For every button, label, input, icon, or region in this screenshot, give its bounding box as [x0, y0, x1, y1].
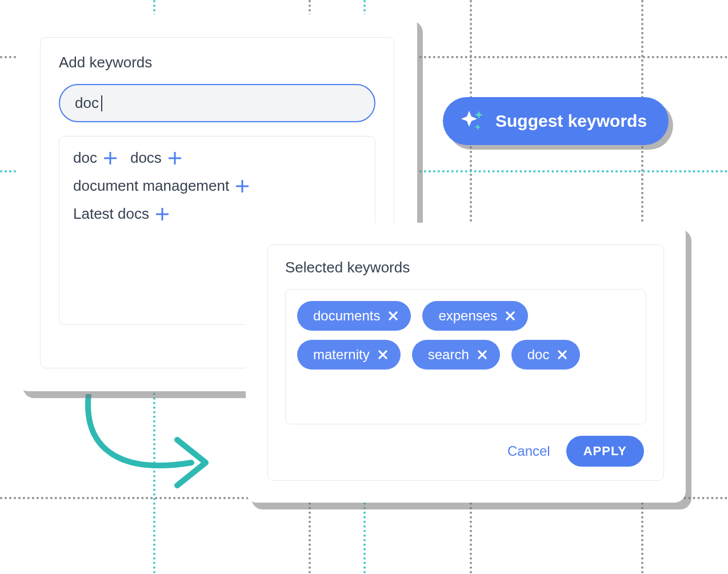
suggestion-document-management[interactable]: document management: [73, 177, 249, 195]
chip-label: maternity: [313, 347, 370, 363]
selected-keywords-inner: Selected keywords documents expenses mat…: [267, 244, 664, 481]
suggest-keywords-button[interactable]: Suggest keywords: [443, 97, 669, 145]
suggestion-label: Latest docs: [73, 205, 149, 223]
selected-keywords-panel: Selected keywords documents expenses mat…: [246, 223, 686, 503]
add-icon: [104, 152, 117, 164]
cancel-button[interactable]: Cancel: [507, 443, 550, 459]
chips-container: documents expenses maternity search doc: [285, 289, 646, 424]
sparkle-icon: [460, 109, 485, 134]
chip-search[interactable]: search: [412, 340, 500, 370]
chip-expenses[interactable]: expenses: [422, 301, 528, 331]
chip-doc[interactable]: doc: [511, 340, 581, 370]
chip-label: expenses: [438, 308, 497, 324]
add-keywords-title: Add keywords: [59, 54, 375, 71]
suggestion-docs[interactable]: docs: [130, 149, 181, 167]
chip-maternity[interactable]: maternity: [297, 340, 401, 370]
suggestion-label: docs: [130, 149, 162, 167]
chip-label: documents: [313, 308, 380, 324]
chip-label: doc: [527, 347, 550, 363]
chip-label: search: [428, 347, 469, 363]
dialog-actions: Cancel APPLY: [285, 436, 646, 467]
suggestion-label: doc: [73, 149, 97, 167]
remove-icon[interactable]: [505, 311, 515, 321]
remove-icon[interactable]: [378, 350, 388, 360]
suggestion-latest-docs[interactable]: Latest docs: [73, 205, 169, 223]
apply-button[interactable]: APPLY: [566, 436, 644, 467]
suggestion-doc[interactable]: doc: [73, 149, 117, 167]
remove-icon[interactable]: [557, 350, 567, 360]
keyword-input-value: doc: [75, 94, 99, 112]
keyword-input[interactable]: doc: [59, 84, 375, 122]
remove-icon[interactable]: [477, 350, 487, 360]
suggestion-label: document management: [73, 177, 229, 195]
add-icon: [156, 208, 169, 220]
text-caret: [101, 95, 102, 111]
selected-keywords-title: Selected keywords: [285, 259, 646, 276]
remove-icon[interactable]: [388, 311, 398, 321]
add-icon: [236, 180, 249, 192]
add-icon: [169, 152, 181, 164]
chip-documents[interactable]: documents: [297, 301, 411, 331]
flow-arrow-icon: [77, 394, 226, 503]
suggest-keywords-label: Suggest keywords: [495, 111, 647, 131]
